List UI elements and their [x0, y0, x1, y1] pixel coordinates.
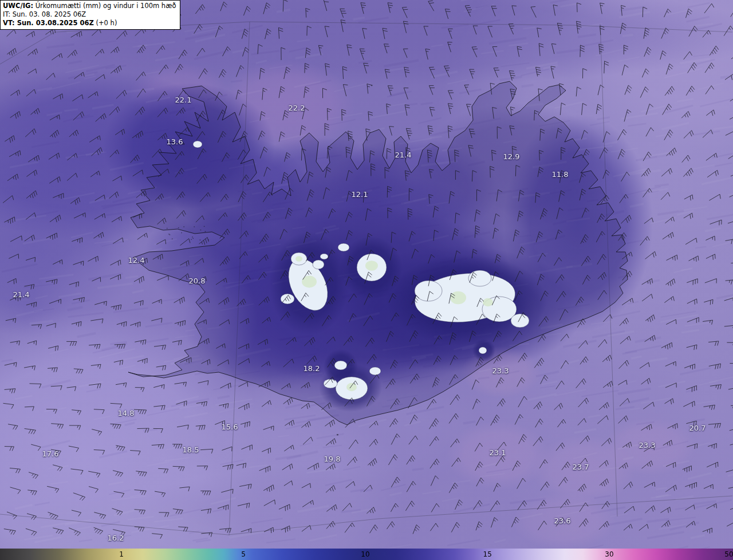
- map-value-label: 23.3: [492, 366, 509, 375]
- colorbar-tick-label: 50: [724, 550, 733, 558]
- map-value-label: 21.4: [395, 151, 412, 159]
- map-value-label: 14.8: [118, 409, 135, 417]
- model-name: UWC/IG:: [3, 2, 33, 10]
- init-time-line: IT: Sun. 03. 08. 2025 06Z: [3, 10, 176, 19]
- map-value-label: 20.8: [189, 277, 206, 285]
- map-value-label: 18.5: [183, 445, 199, 454]
- colorbar-tick-label: 30: [605, 550, 613, 558]
- colorbar-tick-label: 15: [483, 550, 492, 558]
- map-value-label: 21.4: [13, 290, 30, 299]
- colorbar-tick-label: 10: [361, 550, 369, 558]
- map-value-label: 23.7: [573, 463, 589, 471]
- map-value-label: 12.4: [128, 256, 145, 265]
- model-description: Úrkomumætti (mm) og vindur i 100m hæð: [33, 2, 176, 10]
- map-value-label: 17.6: [42, 449, 59, 458]
- map-value-label: 12.1: [352, 190, 368, 199]
- title-box: UWC/IG: Úrkomumætti (mm) og vindur i 100…: [0, 0, 180, 30]
- valid-time-offset: (+0 h): [94, 19, 117, 27]
- map-value-label: 22.1: [175, 96, 192, 104]
- map-value-label: 18.2: [304, 364, 320, 373]
- colorbar-tick-label: 1: [119, 550, 124, 558]
- colorbar-tick-label: 5: [241, 550, 246, 558]
- map-value-label: 16.2: [108, 534, 124, 542]
- map-value-label: 15.6: [222, 423, 238, 431]
- map-value-label: 13.6: [167, 137, 183, 146]
- map-value-label: 23.1: [490, 448, 506, 457]
- map-value-label: 12.9: [503, 152, 520, 161]
- map-value-label: 23.3: [639, 441, 656, 449]
- map-labels-layer: 22.122.213.621.412.911.812.112.420.821.4…: [0, 0, 733, 560]
- map-value-label: 20.7: [689, 424, 706, 432]
- model-title-line: UWC/IG: Úrkomumætti (mm) og vindur i 100…: [3, 2, 176, 10]
- map-value-label: 19.8: [324, 455, 341, 463]
- valid-time-line: VT: Sun. 03.08.2025 06Z (+0 h): [3, 19, 176, 27]
- colorbar: 1510153050: [0, 549, 733, 560]
- map-value-label: 11.8: [552, 170, 569, 179]
- valid-time: VT: Sun. 03.08.2025 06Z: [3, 19, 94, 27]
- map-value-label: 22.2: [289, 104, 305, 112]
- weather-map-page: 22.122.213.621.412.911.812.112.420.821.4…: [0, 0, 733, 560]
- map-value-label: 23.6: [554, 516, 571, 525]
